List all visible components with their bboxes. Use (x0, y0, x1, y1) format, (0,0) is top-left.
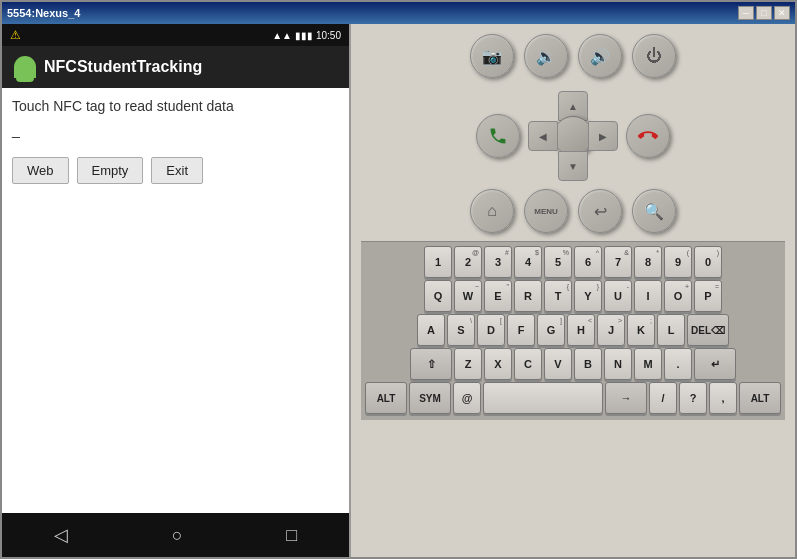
title-bar: 5554:Nexus_4 ─ □ ✕ (2, 2, 795, 24)
key-question[interactable]: ? (679, 382, 707, 414)
key-period[interactable]: . (664, 348, 692, 380)
key-c[interactable]: C (514, 348, 542, 380)
key-space[interactable] (483, 382, 603, 414)
dpad-area: ▲ ▼ ◀ ▶ (476, 91, 670, 181)
dpad-right-button[interactable]: ▶ (588, 121, 618, 151)
key-k[interactable]: ;K (627, 314, 655, 346)
keyboard-row-asdf: A \S [D F ]G <H >J ;K L DEL⌫ (365, 314, 781, 346)
search-button[interactable]: 🔍 (632, 189, 676, 233)
key-l[interactable]: L (657, 314, 685, 346)
key-comma[interactable]: , (709, 382, 737, 414)
status-bar: ⚠ ▲▲ ▮▮▮ 10:50 (2, 24, 349, 46)
key-z[interactable]: Z (454, 348, 482, 380)
bottom-controls: ⌂ MENU ↩ 🔍 (470, 189, 676, 233)
menu-button[interactable]: MENU (524, 189, 568, 233)
minimize-button[interactable]: ─ (738, 6, 754, 20)
key-6[interactable]: ^6 (574, 246, 602, 278)
key-1[interactable]: 1 (424, 246, 452, 278)
maximize-button[interactable]: □ (756, 6, 772, 20)
recent-nav-button[interactable]: □ (286, 525, 297, 546)
back-ctrl-button[interactable]: ↩ (578, 189, 622, 233)
key-h[interactable]: <H (567, 314, 595, 346)
key-3[interactable]: #3 (484, 246, 512, 278)
exit-button[interactable]: Exit (151, 157, 203, 184)
key-w[interactable]: ~W (454, 280, 482, 312)
key-shift[interactable]: ⇧ (410, 348, 452, 380)
key-m[interactable]: M (634, 348, 662, 380)
main-window: 5554:Nexus_4 ─ □ ✕ ⚠ ▲▲ ▮▮▮ 10:50 (0, 0, 797, 559)
key-r[interactable]: R (514, 280, 542, 312)
key-at[interactable]: @ (453, 382, 481, 414)
dpad-down-button[interactable]: ▼ (558, 151, 588, 181)
key-sym[interactable]: SYM (409, 382, 451, 414)
key-5[interactable]: %5 (544, 246, 572, 278)
empty-button[interactable]: Empty (77, 157, 144, 184)
dpad: ▲ ▼ ◀ ▶ (528, 91, 618, 181)
content-area: ⚠ ▲▲ ▮▮▮ 10:50 NFCStudentTracking Touch … (2, 24, 795, 557)
key-v[interactable]: V (544, 348, 572, 380)
app-content: Touch NFC tag to read student data _ Web… (2, 88, 349, 513)
call-red-button[interactable] (626, 114, 670, 158)
key-y[interactable]: }Y (574, 280, 602, 312)
battery-icon: ▮▮▮ (295, 30, 313, 41)
key-4[interactable]: $4 (514, 246, 542, 278)
key-q[interactable]: Q (424, 280, 452, 312)
key-u[interactable]: -U (604, 280, 632, 312)
key-p[interactable]: =P (694, 280, 722, 312)
key-slash[interactable]: / (649, 382, 677, 414)
key-g[interactable]: ]G (537, 314, 565, 346)
key-x[interactable]: X (484, 348, 512, 380)
key-e[interactable]: "E (484, 280, 512, 312)
key-i[interactable]: I (634, 280, 662, 312)
key-o[interactable]: +O (664, 280, 692, 312)
key-alt-right[interactable]: ALT (739, 382, 781, 414)
web-button[interactable]: Web (12, 157, 69, 184)
key-alt-left[interactable]: ALT (365, 382, 407, 414)
app-bar: NFCStudentTracking (2, 46, 349, 88)
status-left: ⚠ (10, 28, 21, 42)
key-7[interactable]: &7 (604, 246, 632, 278)
key-enter[interactable]: ↵ (694, 348, 736, 380)
key-arrow-right[interactable]: → (605, 382, 647, 414)
keyboard-row-qwerty: Q ~W "E R {T }Y -U I +O =P (365, 280, 781, 312)
dpad-left-button[interactable]: ◀ (528, 121, 558, 151)
call-green-button[interactable] (476, 114, 520, 158)
window-title: 5554:Nexus_4 (7, 7, 80, 19)
key-0[interactable]: )0 (694, 246, 722, 278)
key-2[interactable]: @2 (454, 246, 482, 278)
home-ctrl-button[interactable]: ⌂ (470, 189, 514, 233)
key-d[interactable]: [D (477, 314, 505, 346)
warning-icon: ⚠ (10, 28, 21, 42)
cursor-line: _ (12, 122, 339, 142)
volume-up-button[interactable]: 🔊 (578, 34, 622, 78)
keyboard-row-bottom: ALT SYM @ → / ? , ALT (365, 382, 781, 414)
key-b[interactable]: B (574, 348, 602, 380)
key-n[interactable]: N (604, 348, 632, 380)
home-nav-button[interactable]: ○ (172, 525, 183, 546)
keyboard-row-numbers: 1 @2 #3 $4 %5 ^6 &7 *8 (9 )0 (365, 246, 781, 278)
key-t[interactable]: {T (544, 280, 572, 312)
key-j[interactable]: >J (597, 314, 625, 346)
time-display: 10:50 (316, 30, 341, 41)
dpad-center-button[interactable] (553, 116, 593, 156)
close-button[interactable]: ✕ (774, 6, 790, 20)
key-f[interactable]: F (507, 314, 535, 346)
window-controls: ─ □ ✕ (738, 6, 790, 20)
key-9[interactable]: (9 (664, 246, 692, 278)
keyboard: 1 @2 #3 $4 %5 ^6 &7 *8 (9 )0 Q ~W "E R (361, 241, 785, 420)
back-nav-button[interactable]: ◁ (54, 524, 68, 546)
power-button[interactable]: ⏻ (632, 34, 676, 78)
key-s[interactable]: \S (447, 314, 475, 346)
signal-icon: ▲▲ (272, 30, 292, 41)
camera-button[interactable]: 📷 (470, 34, 514, 78)
action-buttons: Web Empty Exit (12, 157, 339, 184)
app-title: NFCStudentTracking (44, 58, 202, 76)
nfc-prompt-text: Touch NFC tag to read student data (12, 98, 339, 114)
navigation-bar: ◁ ○ □ (2, 513, 349, 557)
key-8[interactable]: *8 (634, 246, 662, 278)
status-right: ▲▲ ▮▮▮ 10:50 (272, 30, 341, 41)
key-a[interactable]: A (417, 314, 445, 346)
key-del[interactable]: DEL⌫ (687, 314, 729, 346)
volume-down-button[interactable]: 🔉 (524, 34, 568, 78)
top-controls: 📷 🔉 🔊 ⏻ (470, 34, 676, 78)
